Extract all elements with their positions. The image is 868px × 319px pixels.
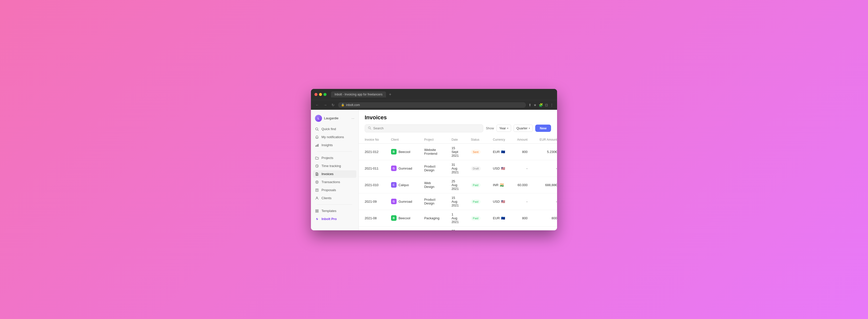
table-row[interactable]: 2021-011 G Gumroad Product Design 31 Aug… <box>359 160 557 177</box>
sidebar-item-invoices[interactable]: Invoices <box>313 170 356 178</box>
svg-rect-18 <box>316 210 317 211</box>
chevron-down-icon: ▾ <box>529 127 530 130</box>
new-tab-button[interactable]: + <box>388 92 392 97</box>
eur-amount: - <box>533 160 557 177</box>
year-select[interactable]: Year ▾ <box>497 125 511 132</box>
status-badge: Draft <box>471 166 481 171</box>
svg-line-7 <box>317 166 318 166</box>
sidebar-item-time-tracking[interactable]: Time tracking <box>313 162 356 170</box>
bookmark-button[interactable]: ★ <box>533 103 537 107</box>
status: Paid <box>465 177 487 193</box>
svg-rect-2 <box>315 146 316 147</box>
user-profile[interactable]: L Laugardie ··· <box>311 113 359 125</box>
page-title: Invoices <box>365 114 551 121</box>
table-row[interactable]: 2021-010 C Calquo Web Design 25 Aug 2021… <box>359 177 557 193</box>
sidebar-divider-2 <box>317 204 352 205</box>
svg-rect-4 <box>318 144 318 147</box>
sidebar-item-label: Templates <box>321 209 336 213</box>
amount: 60.000 <box>511 177 533 193</box>
col-project: Project <box>418 136 445 144</box>
clients-icon <box>315 196 319 200</box>
currency: USD 🇺🇸 <box>487 160 511 177</box>
extensions-button[interactable]: 🧩 <box>539 103 543 107</box>
active-tab[interactable]: Inbolt - Invoicing app for freelancers <box>331 91 386 97</box>
table-row[interactable]: 2021-08 B Beecool Packaging 1 Aug 2021 P… <box>359 210 557 226</box>
address-bar[interactable]: 🔒 inbolt.com <box>338 102 526 108</box>
table-row[interactable]: 2021-012 B Beecool Website Frontend 15 S… <box>359 143 557 160</box>
refresh-button[interactable]: ↻ <box>331 102 336 107</box>
sidebar-item-proposals[interactable]: Proposals <box>313 186 356 194</box>
sidebar: L Laugardie ··· Quick find <box>311 110 359 230</box>
sidebar-item-label: Projects <box>321 156 333 160</box>
url-display: inbolt.com <box>346 103 360 107</box>
client-badge: B <box>391 215 397 221</box>
close-button[interactable] <box>314 93 317 96</box>
eur-amount: 800 <box>533 226 557 230</box>
table-row[interactable]: 2021-09 G Gumroad Product Design 15 Aug … <box>359 193 557 210</box>
browser-titlebar: Inbolt - Invoicing app for freelancers + <box>311 89 557 100</box>
sidebar-item-inbolt-pro[interactable]: Inbolt Pro <box>313 215 356 223</box>
table-row[interactable]: 2021-07 L Liferay Design System 30 Jun 2… <box>359 226 557 230</box>
browser-actions: ⬆ ★ 🧩 ⊡ ⋮ <box>528 103 554 107</box>
forward-button[interactable]: → <box>322 102 328 107</box>
search-icon <box>315 127 319 131</box>
status: Draft <box>465 160 487 177</box>
client-badge: C <box>391 182 397 188</box>
sidebar-item-projects[interactable]: Projects <box>313 154 356 162</box>
sidebar-item-notifications[interactable]: My notifications <box>313 133 356 141</box>
invoice-no: 2021-08 <box>359 210 385 226</box>
eur-amount: - <box>533 193 557 210</box>
sidebar-item-clients[interactable]: Clients <box>313 194 356 202</box>
amount: - <box>511 160 533 177</box>
project: Product Design <box>418 160 445 177</box>
client-cell: G Gumroad <box>385 160 418 177</box>
status: Sent <box>465 143 487 160</box>
date: 15 Aug 2021 <box>445 193 465 210</box>
search-input[interactable] <box>373 126 480 130</box>
traffic-lights <box>314 93 327 96</box>
browser-window: Inbolt - Invoicing app for freelancers +… <box>311 89 557 230</box>
quarter-select[interactable]: Quarter ▾ <box>514 125 533 132</box>
invoice-no: 2021-07 <box>359 226 385 230</box>
amount: 800 <box>511 226 533 230</box>
client-badge: G <box>391 199 397 204</box>
minimize-button[interactable] <box>319 93 322 96</box>
flag-icon: 🇺🇸 <box>501 200 505 203</box>
invoice-no: 2021-011 <box>359 160 385 177</box>
sidebar-item-templates[interactable]: Templates <box>313 207 356 215</box>
date: 30 Jun 2021 <box>445 226 465 230</box>
project: Design System <box>418 226 445 230</box>
sidebar-item-label: My notifications <box>321 135 344 139</box>
document-icon <box>315 172 319 176</box>
maximize-button[interactable] <box>323 93 327 96</box>
transactions-icon <box>315 180 319 184</box>
status: Paid <box>465 226 487 230</box>
amount: 800 <box>511 210 533 226</box>
client-cell: C Calquo <box>385 177 418 193</box>
folder-icon <box>315 156 319 160</box>
status: Paid <box>465 193 487 210</box>
sidebar-item-quick-find[interactable]: Quick find <box>313 125 356 133</box>
browser-tabs: Inbolt - Invoicing app for freelancers + <box>331 91 554 97</box>
user-menu-button[interactable]: ··· <box>351 116 354 120</box>
sidebar-item-label: Time tracking <box>321 164 341 168</box>
sidebar-toggle[interactable]: ⊡ <box>545 103 548 107</box>
client-badge: B <box>391 149 397 155</box>
page-header: Invoices <box>359 110 557 124</box>
insights-icon <box>315 143 319 147</box>
col-currency: Currency <box>487 136 511 144</box>
sidebar-item-transactions[interactable]: Transactions <box>313 178 356 186</box>
new-invoice-button[interactable]: New <box>535 125 551 132</box>
project: Web Design <box>418 177 445 193</box>
status: Paid <box>465 210 487 226</box>
eur-amount: 688,88€ <box>533 177 557 193</box>
bell-icon <box>315 135 319 139</box>
search-bar[interactable] <box>365 124 483 132</box>
status-badge: Sent <box>471 150 481 154</box>
sidebar-item-insights[interactable]: Insights <box>313 141 356 149</box>
menu-button[interactable]: ⋮ <box>550 103 554 107</box>
client-cell: B Beecool <box>385 210 418 226</box>
back-button[interactable]: ← <box>314 102 320 107</box>
share-button[interactable]: ⬆ <box>528 103 531 107</box>
col-amount: Amount <box>511 136 533 144</box>
